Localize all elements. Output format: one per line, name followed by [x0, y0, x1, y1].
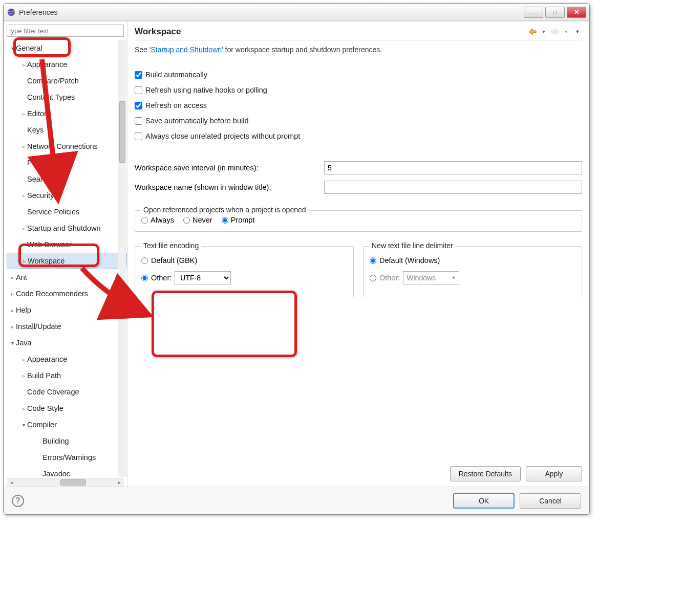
tree-item-label: Content Types	[27, 93, 75, 101]
collapsed-icon[interactable]: ▹	[20, 144, 27, 149]
tree-item[interactable]: ▹Code Recommenders	[7, 285, 127, 302]
tree-item[interactable]: ▹Editors	[7, 105, 127, 122]
tree-item[interactable]: Compare/Patch	[7, 73, 127, 89]
tree-item[interactable]: ▹Help	[7, 302, 127, 318]
close-unrelated-label: Always close unrelated projects without …	[145, 132, 300, 140]
restore-defaults-button[interactable]: Restore Defaults	[450, 466, 521, 481]
tree-item-label: Keys	[27, 126, 44, 134]
encoding-other-radio[interactable]	[141, 275, 148, 281]
tree-item-label: Compare/Patch	[27, 77, 79, 85]
forward-icon[interactable]	[550, 27, 560, 36]
tree-item[interactable]: Search	[7, 171, 127, 187]
collapsed-icon[interactable]: ▹	[20, 258, 28, 264]
tree-item[interactable]: Service Policies	[7, 204, 127, 220]
minimize-button[interactable]: —	[524, 7, 543, 18]
encoding-default-radio[interactable]	[141, 257, 148, 264]
line-delimiter-group: New text file line delimiter Default (Wi…	[363, 246, 582, 297]
workspace-name-input[interactable]	[324, 181, 582, 194]
view-menu-icon[interactable]: ▼	[573, 27, 582, 36]
tree-item[interactable]: ▹Install/Update	[7, 318, 127, 335]
open-ref-prompt-radio[interactable]	[222, 217, 228, 224]
open-ref-always-radio[interactable]	[141, 217, 148, 224]
tree-item-label: Javadoc	[42, 470, 70, 478]
tree-item[interactable]: Code Coverage	[7, 384, 127, 400]
tree-item[interactable]: ▹Startup and Shutdown	[7, 220, 127, 236]
page-description: See 'Startup and Shutdown' for workspace…	[135, 46, 582, 54]
collapsed-icon[interactable]: ▹	[9, 324, 16, 329]
open-ref-never-radio[interactable]	[183, 217, 190, 224]
collapsed-icon[interactable]: ▹	[20, 226, 27, 231]
tree-item[interactable]: Content Types	[7, 89, 127, 105]
open-referenced-legend: Open referenced projects when a project …	[140, 206, 309, 214]
save-before-build-label: Save automatically before build	[145, 117, 249, 125]
forward-menu-icon[interactable]: ▼	[562, 27, 571, 36]
collapsed-icon[interactable]: ▹	[20, 193, 27, 199]
tree-scrollbar-horizontal[interactable]: ◂ ▸	[7, 478, 124, 487]
tree-item[interactable]: Building	[7, 433, 127, 449]
collapsed-icon[interactable]: ▹	[9, 307, 16, 313]
collapsed-icon[interactable]: ▹	[9, 275, 16, 280]
delimiter-default-radio[interactable]	[370, 257, 376, 264]
tree-item[interactable]: ▹Workspace	[7, 253, 127, 269]
refresh-hooks-checkbox[interactable]	[135, 86, 142, 94]
tree-item-label: Search	[27, 175, 51, 183]
tree-item[interactable]: ▹Code Style	[7, 400, 127, 416]
tree-item[interactable]: ▹Ant	[7, 269, 127, 285]
encoding-other-select[interactable]: UTF-8	[175, 271, 231, 284]
collapsed-icon[interactable]: ▹	[20, 111, 27, 117]
back-menu-icon[interactable]: ▼	[539, 27, 548, 36]
tree-item[interactable]: Javadoc	[7, 466, 127, 478]
collapsed-icon[interactable]: ▹	[9, 291, 16, 297]
tree-item[interactable]: Errors/Warnings	[7, 449, 127, 466]
close-button[interactable]: ✕	[567, 7, 586, 18]
collapsed-icon[interactable]: ▹	[20, 406, 27, 411]
preferences-tree[interactable]: ▾General▹AppearanceCompare/PatchContent …	[7, 39, 127, 478]
save-before-build-checkbox[interactable]	[135, 117, 142, 125]
tree-item[interactable]: ▹Network Connections	[7, 138, 127, 155]
tree-item-label: Code Coverage	[27, 388, 79, 396]
tree-item[interactable]: ▹Appearance	[7, 56, 127, 73]
tree-item-label: General	[16, 44, 42, 52]
expanded-icon[interactable]: ▾	[9, 46, 16, 51]
refresh-hooks-label: Refresh using native hooks or polling	[145, 86, 267, 94]
tree-item-label: Editors	[27, 109, 50, 118]
startup-shutdown-link[interactable]: 'Startup and Shutdown'	[149, 46, 223, 54]
tree-item[interactable]: ▹Build Path	[7, 367, 127, 384]
tree-item[interactable]: ▾Compiler	[7, 416, 127, 433]
page-title: Workspace	[135, 27, 528, 37]
expanded-icon[interactable]: ▾	[20, 422, 27, 428]
collapsed-icon[interactable]: ▹	[20, 357, 27, 362]
collapsed-icon[interactable]: ▹	[20, 373, 27, 379]
expanded-icon[interactable]: ▾	[9, 340, 16, 346]
refresh-on-access-checkbox[interactable]	[135, 102, 142, 109]
help-icon[interactable]: ?	[12, 495, 24, 507]
maximize-button[interactable]: □	[545, 7, 565, 18]
save-interval-input[interactable]	[324, 161, 582, 174]
scroll-right-icon[interactable]: ▸	[116, 480, 123, 485]
tree-item-label: Startup and Shutdown	[27, 224, 101, 232]
scroll-left-icon[interactable]: ◂	[8, 480, 15, 485]
back-icon[interactable]	[528, 27, 537, 36]
close-unrelated-checkbox[interactable]	[135, 133, 142, 140]
tree-item-label: Install/Update	[16, 322, 61, 331]
delimiter-other-radio[interactable]	[370, 275, 376, 281]
delimiter-legend: New text file line delimiter	[369, 241, 456, 250]
tree-item[interactable]: ▾Java	[7, 335, 127, 351]
filter-input[interactable]	[7, 25, 124, 37]
tree-item[interactable]: ▹Security	[7, 187, 127, 204]
tree-item-label: Errors/Warnings	[42, 453, 96, 461]
ok-button[interactable]: OK	[453, 493, 515, 509]
collapsed-icon[interactable]: ▹	[20, 62, 27, 68]
tree-item[interactable]: Keys	[7, 122, 127, 138]
build-automatically-checkbox[interactable]	[135, 71, 142, 79]
apply-button[interactable]: Apply	[526, 466, 582, 481]
tree-item[interactable]: Perspectives	[7, 155, 127, 171]
tree-item[interactable]: Web Browser	[7, 236, 127, 253]
preferences-sidebar: ▾General▹AppearanceCompare/PatchContent …	[4, 21, 127, 487]
encoding-legend: Text file encoding	[140, 241, 202, 250]
tree-item[interactable]: ▾General	[7, 40, 127, 56]
tree-scrollbar-vertical[interactable]	[118, 40, 126, 477]
preferences-page: Workspace ▼ ▼ ▼ See 'Startup and Shutdow…	[127, 21, 589, 487]
tree-item[interactable]: ▹Appearance	[7, 351, 127, 367]
cancel-button[interactable]: Cancel	[520, 493, 581, 509]
